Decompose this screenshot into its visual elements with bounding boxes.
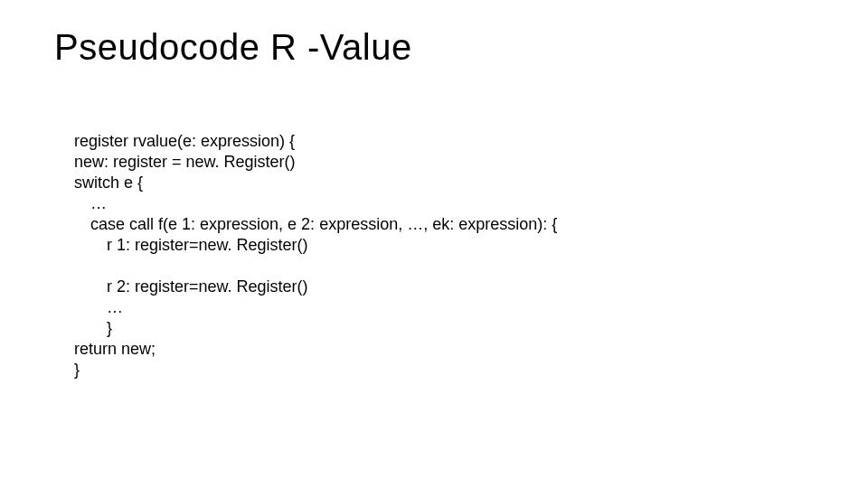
code-line: return new; (74, 340, 156, 358)
slide: Pseudocode R -Value register rvalue(e: e… (0, 0, 868, 488)
code-line: register rvalue(e: expression) { (74, 132, 295, 150)
code-line: } (74, 361, 80, 379)
code-line: r 2: register=new. Register() (74, 277, 308, 297)
code-line: new: register = new. Register() (74, 153, 296, 171)
code-line: } (74, 318, 112, 339)
code-line: r 1: register=new. Register() (74, 235, 308, 256)
code-line: … (74, 297, 123, 318)
code-line: switch e { (74, 174, 143, 192)
pseudocode-block: register rvalue(e: expression) { new: re… (74, 110, 557, 380)
code-line: case call f(e 1: expression, e 2: expres… (74, 214, 557, 235)
code-line: … (74, 193, 107, 214)
slide-title: Pseudocode R -Value (54, 27, 412, 68)
